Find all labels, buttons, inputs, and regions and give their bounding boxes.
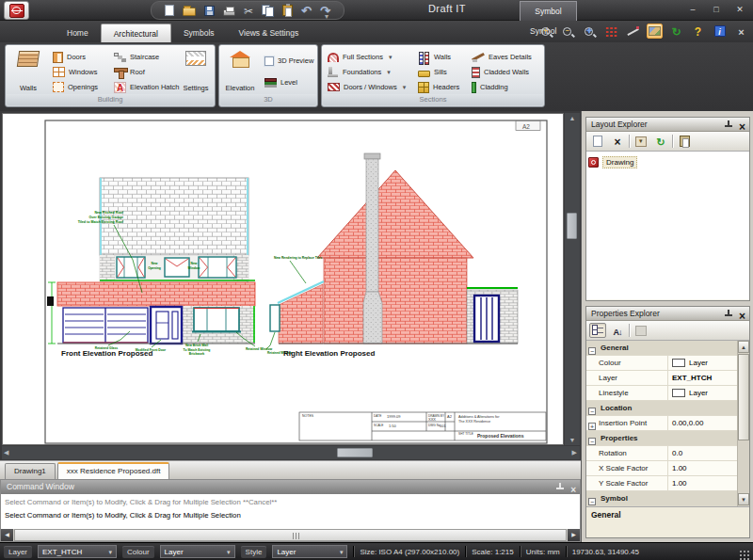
category-row-location[interactable]: −Location (586, 401, 749, 416)
minimize-button[interactable]: – (685, 3, 700, 16)
open-icon[interactable] (183, 8, 196, 16)
zoom-in-icon[interactable]: + (538, 24, 554, 39)
refresh-icon[interactable] (668, 24, 684, 39)
pgrid-scroll-up[interactable]: ▲ (738, 341, 749, 353)
property-row-colour[interactable]: Colour Layer (586, 356, 749, 371)
copy-icon[interactable] (262, 5, 274, 16)
doc-tab-residence[interactable]: xxx Residence Proposed.dft (57, 462, 170, 479)
tab-views-settings[interactable]: Views & Settings (227, 24, 312, 42)
cladding-button[interactable]: Cladding (470, 80, 510, 94)
paste-layout-button[interactable] (676, 134, 693, 149)
3d-preview-button[interactable]: 3D Preview (263, 54, 315, 68)
close-panel-icon[interactable] (733, 24, 749, 39)
command-scroll-left-arrow[interactable]: ◀ (1, 529, 13, 541)
application-menu-button[interactable] (4, 1, 29, 20)
property-row-layer[interactable]: Layer EXT_HTCH (586, 371, 749, 386)
layout-pin-icon[interactable] (724, 120, 732, 129)
sheet[interactable]: A2 (45, 120, 547, 443)
properties-explorer-titlebar[interactable]: Properties Explorer (586, 307, 749, 321)
eaves-details-button[interactable]: Eaves Details (470, 50, 534, 64)
vscroll-down-arrow[interactable]: ▼ (565, 437, 580, 443)
windows-button[interactable]: Windows (51, 65, 99, 79)
doors-windows-sections-button[interactable]: Doors / Windows (326, 80, 408, 94)
vscroll-thumb[interactable] (567, 213, 577, 239)
canvas-hscrollbar[interactable]: ◀ ▶ (2, 446, 580, 459)
layout-item-drawing[interactable]: Drawing (588, 155, 747, 168)
property-row-rotation[interactable]: Rotation 0.0 (586, 446, 749, 461)
elevation-hatch-button[interactable]: Elevation Hatch (112, 80, 182, 94)
categorized-view-button[interactable] (589, 323, 606, 338)
close-button[interactable]: ✕ (732, 3, 747, 16)
sills-button[interactable]: Sills (416, 65, 449, 79)
headers-button[interactable]: Headers (416, 80, 461, 94)
elevation-button[interactable]: Elevation (223, 48, 257, 94)
doc-tab-drawing1[interactable]: Drawing1 (5, 463, 56, 479)
command-pin-icon[interactable] (555, 483, 564, 491)
title-block[interactable]: NOTES DATE 1999.09 SCALE 1:50 DRAWN BY X… (299, 412, 546, 440)
draw-line-icon[interactable] (625, 24, 641, 39)
layout-close-icon[interactable] (739, 120, 745, 136)
zoom-extents-icon[interactable]: ✚ (582, 24, 598, 39)
property-row-linestyle[interactable]: Linestyle Layer (586, 386, 749, 401)
expand-insertion-point[interactable]: + (588, 423, 596, 430)
full-sections-button[interactable]: Full Sections (326, 50, 393, 64)
command-scroll-thumb[interactable] (14, 529, 567, 541)
new-layout-button[interactable] (589, 134, 606, 149)
vscroll-up-arrow[interactable]: ▲ (565, 115, 580, 121)
properties-close-icon[interactable] (739, 310, 745, 325)
property-grid-scrollbar[interactable]: ▲ ▼ (737, 341, 749, 506)
pgrid-scroll-down[interactable]: ▼ (738, 493, 749, 505)
property-row-insertion-point[interactable]: +Insertion Point 0.00,0.00 (586, 416, 749, 431)
cut-icon[interactable] (244, 2, 253, 19)
command-history[interactable]: Select Command or Item(s) to Modify, Cli… (1, 494, 580, 529)
alphabetical-sort-button[interactable] (609, 323, 626, 338)
symbol-panel-tab[interactable]: Symbol (520, 1, 577, 21)
hscroll-thumb[interactable] (337, 448, 373, 457)
roof-button[interactable]: Roof (112, 65, 147, 79)
tab-home[interactable]: Home (55, 24, 101, 42)
about-icon[interactable] (712, 24, 728, 39)
new-icon[interactable] (165, 5, 174, 16)
category-row-properties[interactable]: −Properties (586, 431, 749, 446)
canvas-vscrollbar[interactable]: ▲ ▼ (565, 113, 580, 445)
maximize-button[interactable]: □ (709, 3, 724, 16)
command-close-icon[interactable] (570, 483, 576, 498)
layer-dropdown[interactable]: EXT_HTCH (38, 545, 117, 558)
layout-tree[interactable]: Drawing (586, 152, 749, 299)
drawing-canvas[interactable]: A2 (2, 113, 564, 445)
settings-button[interactable]: Settings (179, 48, 213, 94)
property-row-y-scale[interactable]: Y Scale Factor 1.00 (586, 476, 749, 491)
pgrid-scroll-thumb[interactable] (738, 354, 749, 440)
paste-icon[interactable] (282, 5, 293, 16)
undo-icon[interactable] (301, 2, 312, 19)
hscroll-right-arrow[interactable]: ▶ (572, 449, 577, 456)
linestyle-swatch[interactable] (672, 389, 685, 397)
print-icon[interactable] (223, 9, 235, 16)
delete-layout-button[interactable] (609, 134, 626, 149)
help-icon[interactable] (690, 24, 706, 39)
doors-button[interactable]: Doors (51, 50, 88, 64)
openings-button[interactable]: Openings (51, 80, 100, 94)
command-scroll-right-arrow[interactable]: ▶ (568, 529, 580, 541)
walls-button[interactable]: Walls (11, 48, 45, 94)
save-icon[interactable] (204, 6, 215, 16)
refresh-layout-button[interactable] (652, 134, 669, 149)
section-walls-button[interactable]: Walls (416, 50, 453, 64)
import-layout-button[interactable] (633, 134, 649, 149)
level-button[interactable]: Level (263, 75, 299, 89)
cladded-walls-button[interactable]: Cladded Walls (470, 65, 531, 79)
tab-symbols[interactable]: Symbols (171, 24, 227, 42)
snap-grid-icon[interactable] (603, 24, 619, 39)
category-row-symbol[interactable]: −Symbol (586, 491, 749, 506)
drawing-svg[interactable]: A2 (3, 114, 563, 444)
symbol-preview-icon[interactable] (647, 24, 663, 39)
style-dropdown[interactable]: Layer (272, 545, 347, 558)
colour-swatch[interactable] (672, 359, 685, 367)
staircase-button[interactable]: Staircase (112, 50, 161, 64)
properties-pin-icon[interactable] (724, 310, 732, 318)
hscroll-left-arrow[interactable]: ◀ (4, 449, 8, 456)
layout-explorer-titlebar[interactable]: Layout Explorer (586, 118, 749, 132)
property-pages-button[interactable] (633, 323, 649, 338)
command-hscrollbar[interactable]: ◀ ▶ (1, 529, 580, 541)
colour-dropdown[interactable]: Layer (160, 545, 235, 558)
